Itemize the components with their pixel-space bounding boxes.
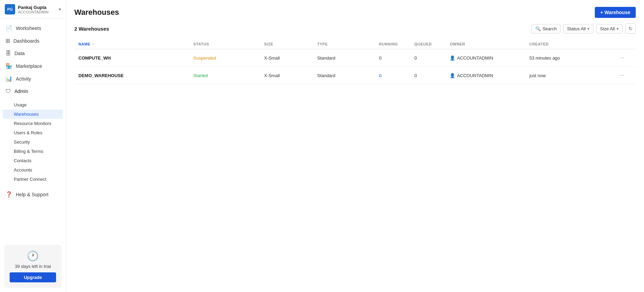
- warehouse-status: Suspended: [189, 49, 260, 67]
- sidebar-item-contacts[interactable]: Contacts: [0, 156, 66, 165]
- sidebar-item-help[interactable]: ❓ Help & Support: [0, 188, 66, 201]
- more-options-button[interactable]: ···: [618, 54, 626, 62]
- user-info: Pankaj Gupta ACCOUNTADMIN: [18, 5, 57, 14]
- help-icon: ❓: [6, 191, 12, 198]
- warehouse-name[interactable]: DEMO_WAREHOUSE: [74, 67, 189, 84]
- warehouse-created: 53 minutes ago: [525, 49, 614, 67]
- page-title: Warehouses: [74, 8, 119, 17]
- sidebar-item-admin[interactable]: 🛡 Admin: [0, 85, 66, 97]
- sidebar-item-partner-connect[interactable]: Partner Connect: [0, 175, 66, 184]
- sidebar-item-label: Dashboards: [13, 38, 40, 44]
- sidebar-item-security[interactable]: Security: [0, 137, 66, 147]
- search-button[interactable]: 🔍 Search: [532, 24, 560, 33]
- clock-icon: 🕐: [10, 250, 56, 262]
- admin-children: Usage Warehouses Resource Monitors Users…: [0, 100, 66, 185]
- refresh-button[interactable]: ↻: [625, 23, 636, 34]
- col-header-type[interactable]: TYPE: [313, 39, 375, 49]
- warehouse-type: Standard: [313, 67, 375, 84]
- nav-section: 📄 Worksheets ⊞ Dashboards 🗄 Data 🏪 Marke…: [0, 19, 66, 100]
- upgrade-button[interactable]: Upgrade: [10, 272, 56, 282]
- warehouse-table: NAME ↑ STATUS SIZE TYPE RUNNING QUEUED O…: [74, 39, 636, 84]
- user-role: ACCOUNTADMIN: [18, 10, 57, 14]
- warehouse-queued: 0: [410, 49, 446, 67]
- warehouse-actions: ···: [614, 49, 636, 67]
- table-row: COMPUTE_WH Suspended X-Small Standard 0 …: [74, 49, 636, 67]
- chevron-down-icon: ▾: [59, 7, 61, 12]
- size-filter-button[interactable]: Size All ▾: [596, 24, 623, 33]
- col-header-size[interactable]: SIZE: [260, 39, 313, 49]
- col-header-status[interactable]: STATUS: [189, 39, 260, 49]
- size-filter-label: Size All: [600, 26, 615, 31]
- col-header-owner[interactable]: OWNER: [446, 39, 525, 49]
- sidebar-item-resource-monitors[interactable]: Resource Monitors: [0, 119, 66, 128]
- worksheets-icon: 📄: [6, 25, 12, 31]
- sidebar-item-usage[interactable]: Usage: [0, 100, 66, 110]
- marketplace-icon: 🏪: [6, 63, 12, 69]
- table-body: COMPUTE_WH Suspended X-Small Standard 0 …: [74, 49, 636, 84]
- sidebar-item-billing-terms[interactable]: Billing & Terms: [0, 147, 66, 156]
- main-header: Warehouses + Warehouse: [66, 0, 644, 18]
- col-header-queued[interactable]: QUEUED: [410, 39, 446, 49]
- warehouse-owner: 👤 ACCOUNTADMIN: [446, 67, 525, 84]
- sidebar-item-data[interactable]: 🗄 Data: [0, 47, 66, 60]
- col-header-name[interactable]: NAME ↑: [74, 39, 189, 49]
- owner-icon: 👤: [450, 55, 455, 61]
- warehouse-name[interactable]: COMPUTE_WH: [74, 49, 189, 67]
- sidebar: PG Pankaj Gupta ACCOUNTADMIN ▾ 📄 Workshe…: [0, 0, 66, 292]
- warehouse-size: X-Small: [260, 67, 313, 84]
- sidebar-item-label: Data: [14, 51, 25, 56]
- warehouse-running: 0: [375, 67, 410, 84]
- sidebar-item-marketplace[interactable]: 🏪 Marketplace: [0, 60, 66, 72]
- sidebar-item-worksheets[interactable]: 📄 Worksheets: [0, 22, 66, 34]
- status-filter-label: Status All: [567, 26, 586, 31]
- col-header-created[interactable]: CREATED: [525, 39, 614, 49]
- sidebar-item-accounts[interactable]: Accounts: [0, 165, 66, 175]
- data-icon: 🗄: [6, 50, 11, 56]
- status-filter-button[interactable]: Status All ▾: [563, 24, 593, 33]
- warehouse-type: Standard: [313, 49, 375, 67]
- sort-asc-icon: ↑: [92, 42, 94, 46]
- filter-bar: 🔍 Search Status All ▾ Size All ▾ ↻: [532, 23, 636, 34]
- dashboards-icon: ⊞: [6, 38, 10, 44]
- search-label: Search: [543, 26, 557, 31]
- content-area: 2 Warehouses 🔍 Search Status All ▾ Size …: [66, 18, 644, 292]
- refresh-icon: ↻: [629, 26, 633, 31]
- col-header-actions: [614, 39, 636, 49]
- owner-icon: 👤: [450, 73, 455, 78]
- avatar: PG: [5, 4, 15, 14]
- warehouse-owner: 👤 ACCOUNTADMIN: [446, 49, 525, 67]
- user-name: Pankaj Gupta: [18, 5, 57, 10]
- subheader: 2 Warehouses 🔍 Search Status All ▾ Size …: [74, 23, 636, 34]
- user-section[interactable]: PG Pankaj Gupta ACCOUNTADMIN ▾: [0, 0, 66, 19]
- sidebar-item-dashboards[interactable]: ⊞ Dashboards: [0, 34, 66, 47]
- warehouse-actions: ···: [614, 67, 636, 84]
- sidebar-item-warehouses[interactable]: Warehouses: [3, 110, 63, 119]
- main-content: Warehouses + Warehouse 2 Warehouses 🔍 Se…: [66, 0, 644, 292]
- warehouse-size: X-Small: [260, 49, 313, 67]
- sidebar-item-users-roles[interactable]: Users & Roles: [0, 128, 66, 137]
- table-row: DEMO_WAREHOUSE Started X-Small Standard …: [74, 67, 636, 84]
- col-header-running[interactable]: RUNNING: [375, 39, 410, 49]
- chevron-down-icon: ▾: [616, 26, 619, 31]
- sidebar-item-label: Worksheets: [16, 25, 41, 31]
- chevron-down-icon: ▾: [587, 26, 590, 31]
- table-header: NAME ↑ STATUS SIZE TYPE RUNNING QUEUED O…: [74, 39, 636, 49]
- activity-icon: 📊: [6, 75, 12, 82]
- warehouse-count: 2 Warehouses: [74, 26, 109, 32]
- warehouse-status: Started: [189, 67, 260, 84]
- search-icon: 🔍: [535, 26, 541, 31]
- warehouse-running: 0: [375, 49, 410, 67]
- sidebar-item-label: Activity: [16, 76, 31, 82]
- sidebar-item-label: Marketplace: [16, 63, 42, 69]
- warehouse-created: just now: [525, 67, 614, 84]
- more-options-button[interactable]: ···: [618, 72, 626, 79]
- warehouse-queued: 0: [410, 67, 446, 84]
- sidebar-item-label: Help & Support: [16, 192, 49, 197]
- trial-text: 39 days left in trial: [10, 264, 56, 269]
- sidebar-item-label: Admin: [14, 88, 28, 94]
- add-warehouse-button[interactable]: + Warehouse: [595, 7, 636, 18]
- trial-section: 🕐 39 days left in trial Upgrade: [4, 245, 62, 288]
- admin-icon: 🛡: [6, 88, 11, 94]
- sidebar-item-activity[interactable]: 📊 Activity: [0, 72, 66, 85]
